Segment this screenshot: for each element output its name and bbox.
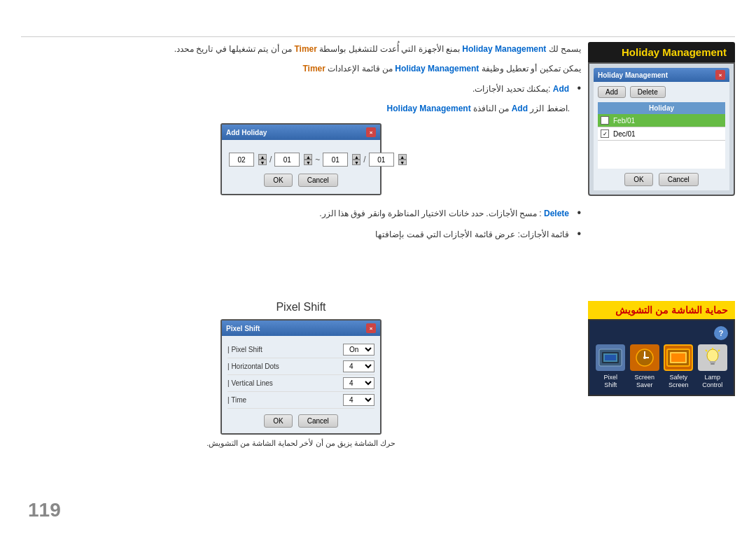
right-panel: Holiday Management Holiday Management × … xyxy=(588,42,735,196)
ah-ok-cancel: OK Cancel xyxy=(229,174,373,187)
ps-ok-button[interactable]: OK xyxy=(264,414,292,428)
add-keyword: Add xyxy=(553,84,569,94)
ps-label-4: | Time xyxy=(227,396,246,404)
safety-screen-icon xyxy=(664,344,693,371)
hm-ok-button[interactable]: OK xyxy=(624,173,652,186)
safety-panel-content: ? PixelShift xyxy=(588,319,735,396)
ps-select-2[interactable]: 4 xyxy=(343,360,374,372)
ah-spin-up-1[interactable]: ▲ xyxy=(258,154,267,160)
bullet-list: • قائمة الأجازات: عرض قائمة الأجازات الت… xyxy=(21,226,581,243)
hm-keyword-sub: Holiday Management xyxy=(387,104,471,113)
hm-row-2-label: Dec/01 xyxy=(613,130,636,138)
safety-help-button[interactable]: ? xyxy=(714,326,728,340)
svg-point-7 xyxy=(643,356,646,359)
ps-close-button[interactable]: × xyxy=(366,323,376,333)
safety-icon-lamp-control[interactable]: LampControl xyxy=(698,344,727,389)
ah-month-from[interactable] xyxy=(229,153,254,167)
svg-rect-10 xyxy=(671,353,685,362)
pixel-shift-label: PixelShift xyxy=(603,374,617,389)
ah-month-to[interactable] xyxy=(323,153,348,167)
arabic-line2: يمكن تمكين أو تعطيل وظيفة Holiday Manage… xyxy=(21,62,581,77)
ps-value-3: 4 xyxy=(343,377,374,389)
ah-spin-down-4[interactable]: ▼ xyxy=(398,160,407,165)
safety-icon-screen-saver[interactable]: ScreenSaver xyxy=(630,344,659,389)
svg-rect-3 xyxy=(605,355,616,360)
ah-spin-up-2[interactable]: ▲ xyxy=(304,154,312,160)
ah-cancel-button[interactable]: Cancel xyxy=(298,174,338,187)
ah-spin-down-3[interactable]: ▼ xyxy=(352,160,360,165)
hm-delete-button[interactable]: Delete xyxy=(630,86,666,98)
hm-ok-cancel: OK Cancel xyxy=(598,173,725,186)
bullet-add: • Add :يمكنك تحديد الأجازات. .اضغط الزر … xyxy=(21,80,581,116)
pixel-shift-section: Pixel Shift Pixel Shift × | Pixel Shift … xyxy=(21,301,581,448)
ps-titlebar: Pixel Shift × xyxy=(222,321,380,336)
delete-keyword: Delete xyxy=(544,209,569,218)
ah-title: Add Holiday xyxy=(226,129,267,136)
hm-table-header: Holiday xyxy=(598,102,725,114)
hm-dialog-close-button[interactable]: × xyxy=(715,70,725,80)
ah-spin-up-4[interactable]: ▲ xyxy=(398,154,407,160)
ah-spin-down-1[interactable]: ▼ xyxy=(258,160,267,165)
ps-row-2: | Horizontal Dots 4 xyxy=(227,358,374,375)
ps-select-1[interactable]: On Off xyxy=(343,344,374,356)
ah-close-button[interactable]: × xyxy=(366,127,376,137)
hm-buttons-row: Add Delete xyxy=(598,86,725,98)
ps-row-3: | Vertical Lines 4 xyxy=(227,375,374,392)
bullet-delete: • Delete : مسح الأجازات. حدد خانات الاخت… xyxy=(21,205,581,222)
add-holiday-dialog: Add Holiday × ▲ ▼ / ▲ ▼ ~ xyxy=(220,123,382,195)
ps-label-3: | Vertical Lines xyxy=(227,379,273,387)
bullet-list-text: • قائمة الأجازات: عرض قائمة الأجازات الت… xyxy=(21,226,581,243)
ps-dialog-wrap: Pixel Shift × | Pixel Shift On Off | Hor… xyxy=(21,319,581,435)
hm-table-empty xyxy=(598,141,725,169)
ah-content: ▲ ▼ / ▲ ▼ ~ ▲ ▼ / xyxy=(222,140,380,194)
screen-saver-icon xyxy=(630,344,659,371)
hm-keyword-2: Holiday Management xyxy=(395,64,479,73)
left-content: يسمح لك Holiday Management بمنع الأجهزة … xyxy=(21,42,581,247)
safety-screen-label: SafetyScreen xyxy=(668,374,689,389)
ah-ok-button[interactable]: OK xyxy=(264,174,292,187)
ah-spin-month-to: ▲ ▼ xyxy=(352,154,360,165)
hm-dialog-title-text: Holiday Management xyxy=(598,71,668,79)
hm-dialog-content: Add Delete Holiday ✓ Feb/01 ✓ Dec/01 OK … xyxy=(594,82,729,190)
safety-help-row: ? xyxy=(595,326,728,340)
ps-value-2: 4 xyxy=(343,360,374,372)
ah-day-from[interactable] xyxy=(274,153,300,167)
hm-checkbox-1[interactable]: ✓ xyxy=(601,116,609,125)
ah-day-to[interactable] xyxy=(369,153,394,167)
hm-keyword: Holiday Management xyxy=(462,44,546,54)
pixel-shift-icon xyxy=(596,344,625,371)
hm-dialog: Holiday Management × Add Delete Holiday … xyxy=(588,62,735,196)
ps-label-1: | Pixel Shift xyxy=(227,346,262,353)
bullet-add-text: • Add :يمكنك تحديد الأجازات. xyxy=(21,80,581,97)
svg-line-16 xyxy=(718,350,720,351)
ah-spin-day-from: ▲ ▼ xyxy=(304,154,312,165)
hm-title: Holiday Management xyxy=(588,42,735,62)
ps-value-4: 4 xyxy=(343,394,374,406)
ps-dialog: Pixel Shift × | Pixel Shift On Off | Hor… xyxy=(220,319,382,435)
safety-icon-safety-screen[interactable]: SafetyScreen xyxy=(664,344,693,389)
hm-cancel-button[interactable]: Cancel xyxy=(659,173,699,186)
hm-add-button[interactable]: Add xyxy=(598,86,626,98)
ah-spin-day-to: ▲ ▼ xyxy=(398,154,407,165)
ah-spin-month-from: ▲ ▼ xyxy=(258,154,267,165)
ah-spin-down-2[interactable]: ▼ xyxy=(304,160,312,165)
bullet-delete-text: • Delete : مسح الأجازات. حدد خانات الاخت… xyxy=(21,205,581,222)
hm-row-1[interactable]: ✓ Feb/01 xyxy=(598,114,725,127)
svg-rect-12 xyxy=(710,361,715,363)
hm-checkbox-2[interactable]: ✓ xyxy=(601,129,609,138)
ps-label-2: | Horizontal Dots xyxy=(227,363,279,370)
hm-row-1-label: Feb/01 xyxy=(613,117,635,125)
safety-screen-panel: حماية الشاشة من التشويش ? PixelShift xyxy=(588,301,735,396)
timer-keyword: Timer xyxy=(294,44,316,54)
timer-keyword-2: Timer xyxy=(302,64,325,73)
ps-select-3[interactable]: 4 xyxy=(343,377,374,389)
hm-row-2[interactable]: ✓ Dec/01 xyxy=(598,127,725,141)
ah-spin-up-3[interactable]: ▲ xyxy=(352,154,360,160)
ps-cancel-button[interactable]: Cancel xyxy=(298,414,338,428)
ah-titlebar: Add Holiday × xyxy=(222,125,380,140)
ps-caption: حرك الشاشة يزيق من أن لأخر لحماية الشاشة… xyxy=(21,439,581,448)
ps-select-4[interactable]: 4 xyxy=(343,394,374,406)
ps-ok-cancel: OK Cancel xyxy=(227,414,374,428)
lamp-control-icon xyxy=(698,344,727,371)
safety-icon-pixel-shift[interactable]: PixelShift xyxy=(596,344,625,389)
